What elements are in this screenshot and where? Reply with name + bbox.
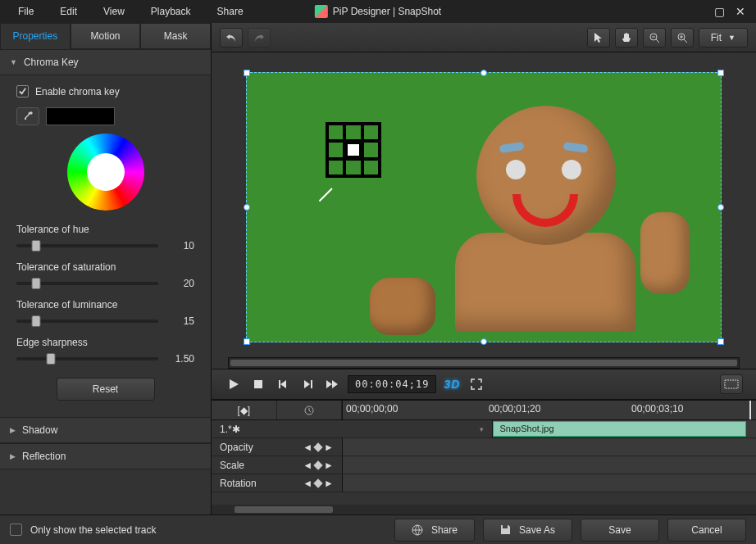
clip-track[interactable]: SnapShot.jpg	[493, 420, 757, 437]
section-chroma-key[interactable]: ▼ Chroma Key	[0, 49, 211, 75]
color-wheel[interactable]	[67, 134, 144, 211]
section-reflection[interactable]: ▶ Reflection	[0, 443, 211, 469]
tolerance-hue-slider[interactable]	[16, 244, 158, 247]
keyframe-icon: [◆]	[237, 405, 250, 416]
zoom-fit-dropdown[interactable]: Fit▼	[699, 28, 748, 48]
save-button[interactable]: Save	[581, 519, 659, 542]
section-reflection-label: Reflection	[22, 451, 66, 462]
prop-opacity[interactable]: Opacity◄►	[212, 438, 343, 456]
eyedropper-button[interactable]	[16, 107, 39, 125]
tolerance-sat-slider[interactable]	[16, 282, 158, 285]
wand-icon	[319, 188, 333, 202]
safe-zone-icon	[724, 379, 739, 389]
pointer-tool[interactable]	[587, 28, 610, 48]
enable-chroma-checkbox[interactable]: Enable chroma key	[16, 85, 194, 97]
cancel-button[interactable]: Cancel	[667, 519, 746, 542]
add-keyframe-icon[interactable]	[313, 478, 322, 487]
zoom-out-button[interactable]	[643, 28, 666, 48]
preview-content	[455, 233, 635, 331]
prop-scale[interactable]: Scale◄►	[212, 456, 343, 474]
prop-rotation[interactable]: Rotation◄►	[212, 474, 343, 492]
tab-mask[interactable]: Mask	[140, 23, 211, 49]
add-keyframe-icon[interactable]	[313, 442, 322, 451]
save-as-button[interactable]: Save As	[483, 519, 572, 542]
zoom-out-icon	[649, 32, 660, 43]
3d-toggle[interactable]: 3D	[443, 375, 461, 393]
undo-button[interactable]	[220, 28, 243, 48]
footer: Only show the selected track Share Save …	[0, 515, 756, 544]
panel-tabs: Properties Motion Mask	[0, 23, 211, 49]
preview-scrubber[interactable]	[228, 357, 740, 369]
edge-sharpness-slider[interactable]	[16, 357, 158, 360]
clip[interactable]: SnapShot.jpg	[493, 421, 747, 437]
ruler-tick: 00;00;03;10	[631, 403, 683, 415]
timeline-ruler[interactable]: 00;00;00;00 00;00;01;20 00;00;03;10	[343, 401, 756, 419]
minimize-icon[interactable]: ▢	[713, 6, 725, 17]
play-icon	[228, 379, 239, 390]
opacity-track[interactable]	[343, 438, 756, 456]
next-frame-button[interactable]	[298, 375, 317, 393]
resize-handle[interactable]	[244, 204, 250, 211]
section-shadow[interactable]: ▶ Shadow	[0, 417, 211, 443]
resize-handle[interactable]	[717, 338, 724, 345]
resize-handle[interactable]	[480, 70, 487, 76]
playhead[interactable]	[749, 401, 751, 419]
timecode[interactable]: 00:00:04;19	[348, 375, 436, 393]
redo-button[interactable]	[248, 28, 271, 48]
ruler-tick: 00;00;01;20	[489, 403, 540, 415]
clock-mode-button[interactable]	[277, 401, 343, 419]
fullscreen-button[interactable]	[467, 375, 485, 393]
color-swatch[interactable]	[46, 107, 115, 125]
properties-scroll[interactable]: ▼ Chroma Key Enable chroma key Tolerance…	[0, 49, 211, 515]
globe-icon	[412, 524, 423, 536]
zoom-in-button[interactable]	[671, 28, 694, 48]
only-show-label: Only show the selected track	[30, 524, 156, 536]
tolerance-hue-label: Tolerance of hue	[16, 224, 194, 235]
color-sample-cursor[interactable]	[326, 122, 381, 178]
zoom-in-icon	[676, 32, 688, 43]
track-menu-icon[interactable]: ▾	[480, 425, 484, 433]
menu-playback[interactable]: Playback	[139, 2, 203, 20]
track-header[interactable]: 1.*✱▾	[212, 420, 493, 437]
keyframe-mode-button[interactable]: [◆]	[212, 401, 277, 419]
tab-motion[interactable]: Motion	[71, 23, 141, 49]
prev-frame-button[interactable]	[274, 375, 292, 393]
pointer-icon	[594, 32, 603, 43]
safe-zone-button[interactable]	[720, 374, 743, 394]
share-button[interactable]: Share	[394, 519, 475, 542]
fullscreen-icon	[471, 379, 482, 390]
menu-share[interactable]: Share	[206, 2, 255, 20]
tolerance-lum-label: Tolerance of luminance	[16, 299, 194, 311]
preview-canvas[interactable]	[246, 72, 722, 342]
scale-track[interactable]	[343, 456, 756, 474]
redo-icon	[253, 33, 265, 43]
timeline-scrollbar[interactable]	[212, 505, 756, 515]
pan-tool[interactable]	[615, 28, 638, 48]
hand-icon	[621, 32, 632, 43]
tolerance-lum-slider[interactable]	[16, 320, 158, 323]
enable-chroma-label: Enable chroma key	[35, 86, 120, 97]
resize-handle[interactable]	[244, 338, 250, 345]
next-frame-icon	[303, 379, 312, 389]
reset-button[interactable]: Reset	[57, 378, 155, 401]
play-button[interactable]	[225, 375, 243, 393]
resize-handle[interactable]	[717, 70, 724, 76]
menubar: File Edit View Playback Share PiP Design…	[0, 0, 756, 23]
preview-content	[640, 212, 690, 294]
rotation-track[interactable]	[343, 474, 756, 492]
stop-button[interactable]	[249, 375, 267, 393]
menu-file[interactable]: File	[7, 2, 45, 20]
close-icon[interactable]: ✕	[735, 6, 746, 17]
tab-properties[interactable]: Properties	[0, 23, 71, 49]
chevron-down-icon: ▼	[728, 34, 736, 42]
tolerance-hue-value: 10	[168, 240, 194, 252]
save-icon	[500, 524, 511, 535]
resize-handle[interactable]	[480, 338, 487, 345]
menu-edit[interactable]: Edit	[48, 2, 89, 20]
resize-handle[interactable]	[717, 204, 724, 211]
add-keyframe-icon[interactable]	[313, 460, 322, 469]
fast-forward-button[interactable]	[323, 375, 341, 393]
resize-handle[interactable]	[244, 70, 250, 76]
menu-view[interactable]: View	[92, 2, 136, 20]
only-show-checkbox[interactable]	[10, 524, 22, 536]
